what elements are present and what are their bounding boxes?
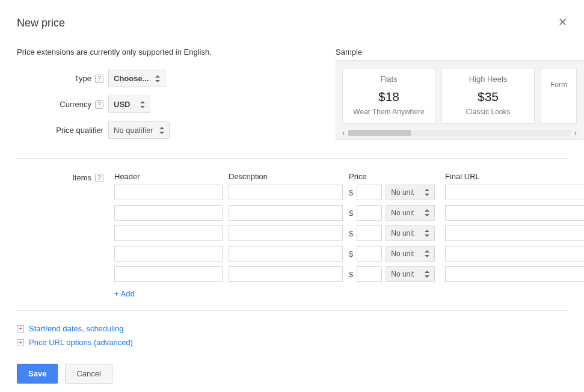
item-description-input[interactable] — [229, 266, 343, 282]
sample-card: Flats $18 Wear Them Anywhere — [342, 68, 435, 124]
col-header-price: Price — [349, 172, 439, 181]
help-icon[interactable]: ? — [95, 100, 103, 109]
sample-card-price: $35 — [446, 90, 530, 104]
sample-card-sub: Classic Looks — [446, 108, 530, 116]
chevron-right-icon: › — [574, 129, 577, 137]
sample-card-sub: Form — [545, 81, 573, 89]
item-unit-value: No unit — [391, 270, 414, 278]
qualifier-select-value: No qualifier — [114, 126, 153, 135]
item-description-input[interactable] — [229, 225, 343, 241]
scrollbar-thumb[interactable] — [348, 130, 411, 136]
page-title: New price — [17, 17, 65, 29]
col-header-description: Description — [229, 172, 343, 181]
chevron-sort-icon — [140, 101, 145, 108]
item-header-input[interactable] — [114, 205, 223, 221]
item-unit-value: No unit — [391, 209, 414, 217]
currency-label: Currency — [60, 100, 91, 109]
item-header-input[interactable] — [114, 266, 223, 282]
item-final-url-input[interactable] — [445, 266, 584, 282]
type-label: Type — [75, 74, 91, 83]
currency-select-value: USD — [114, 100, 130, 109]
item-header-input[interactable] — [114, 225, 223, 241]
item-final-url-input[interactable] — [445, 246, 584, 262]
col-header-header: Header — [114, 172, 223, 181]
sample-preview: Flats $18 Wear Them Anywhere High Heels … — [336, 60, 583, 140]
help-icon[interactable]: ? — [95, 75, 103, 83]
item-unit-select[interactable]: No unit — [386, 246, 435, 262]
item-final-url-input[interactable] — [445, 205, 584, 221]
item-header-input[interactable] — [114, 246, 223, 262]
currency-symbol: $ — [349, 209, 353, 218]
currency-select[interactable]: USD — [108, 96, 150, 113]
item-description-input[interactable] — [229, 185, 343, 200]
col-header-final-url: Final URL — [445, 172, 584, 181]
chevron-sort-icon — [425, 271, 429, 278]
chevron-sort-icon — [425, 189, 429, 196]
item-unit-value: No unit — [391, 229, 414, 237]
chevron-sort-icon — [425, 209, 429, 216]
sample-title: Sample — [336, 47, 583, 57]
close-icon: ✕ — [558, 16, 567, 28]
save-button[interactable]: Save — [17, 364, 58, 384]
item-price-input[interactable] — [357, 225, 382, 241]
sample-card: Form — [541, 68, 577, 124]
support-notice: Price extensions are currently only supp… — [17, 47, 336, 57]
sample-card-price: $18 — [346, 90, 431, 104]
sample-card-title: Flats — [346, 75, 431, 84]
type-select-value: Choose... — [114, 74, 149, 83]
close-button[interactable]: ✕ — [558, 17, 567, 28]
item-unit-value: No unit — [391, 188, 414, 197]
qualifier-select[interactable]: No qualifier — [108, 121, 170, 139]
item-price-input[interactable] — [357, 266, 382, 282]
item-description-input[interactable] — [229, 205, 343, 221]
currency-symbol: $ — [349, 188, 353, 197]
currency-symbol: $ — [349, 229, 353, 238]
chevron-sort-icon — [425, 230, 429, 237]
cancel-button[interactable]: Cancel — [65, 364, 112, 384]
item-unit-value: No unit — [391, 250, 414, 258]
sample-card: High Heels $35 Classic Looks — [441, 68, 535, 124]
expand-icon[interactable]: + — [17, 339, 24, 346]
item-price-input[interactable] — [357, 185, 382, 200]
item-unit-select[interactable]: No unit — [386, 225, 435, 241]
chevron-sort-icon — [155, 75, 160, 82]
expand-icon[interactable]: + — [17, 325, 24, 332]
scroll-right-button[interactable]: › — [574, 129, 577, 137]
sample-card-title: High Heels — [446, 75, 530, 84]
chevron-sort-icon — [425, 250, 429, 257]
sample-card-sub: Wear Them Anywhere — [346, 108, 431, 116]
item-price-input[interactable] — [357, 246, 382, 262]
item-description-input[interactable] — [229, 246, 343, 262]
item-final-url-input[interactable] — [445, 225, 584, 241]
sample-scrollbar[interactable] — [348, 130, 571, 136]
scroll-left-button[interactable]: ‹ — [342, 129, 345, 137]
add-item-link[interactable]: + Add — [114, 289, 135, 298]
chevron-left-icon: ‹ — [342, 129, 345, 137]
currency-symbol: $ — [349, 270, 353, 279]
help-icon[interactable]: ? — [95, 174, 103, 182]
type-select[interactable]: Choose... — [108, 70, 165, 87]
item-final-url-input[interactable] — [445, 185, 584, 200]
item-unit-select[interactable]: No unit — [386, 185, 435, 200]
item-header-input[interactable] — [114, 185, 223, 200]
scheduling-expander[interactable]: Start/end dates, scheduling — [29, 324, 124, 333]
url-options-expander[interactable]: Price URL options (advanced) — [29, 338, 133, 347]
qualifier-label: Price qualifier — [56, 126, 103, 135]
item-price-input[interactable] — [357, 205, 382, 221]
item-unit-select[interactable]: No unit — [386, 266, 435, 282]
chevron-sort-icon — [159, 127, 164, 134]
currency-symbol: $ — [349, 250, 353, 259]
items-label: Items — [72, 173, 91, 182]
item-unit-select[interactable]: No unit — [386, 205, 435, 221]
